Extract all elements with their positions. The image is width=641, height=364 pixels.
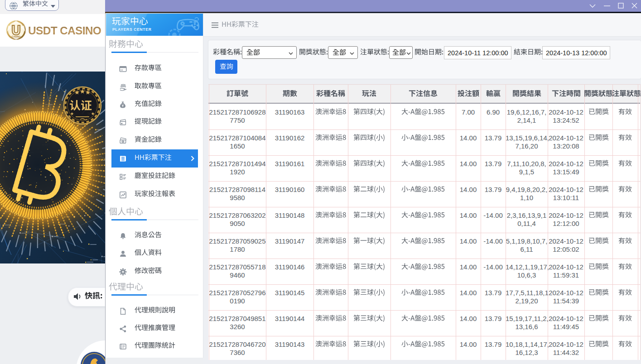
svg-text:CASINO: CASINO xyxy=(12,35,21,38)
